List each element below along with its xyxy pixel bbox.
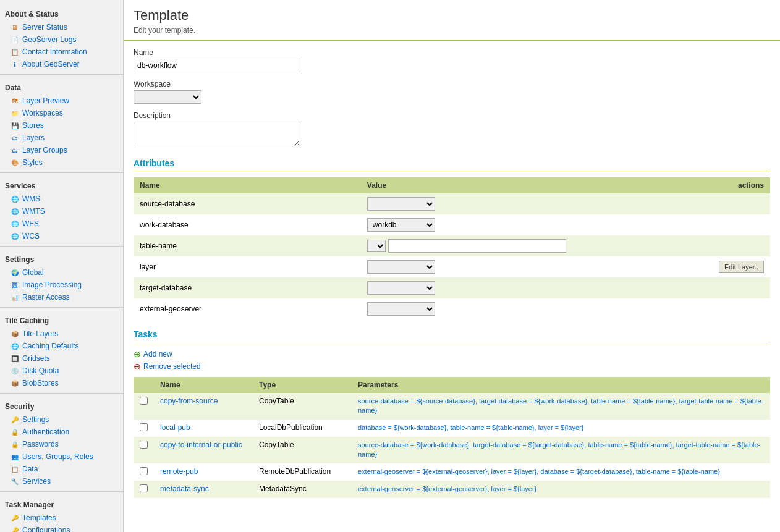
sidebar-item-styles[interactable]: 🎨 Styles [0,156,123,169]
sidebar-item-about[interactable]: ℹ About GeoServer [0,58,123,70]
sidebar-item-users-groups-roles[interactable]: 👥 Users, Groups, Roles [0,450,123,463]
sidebar-item-layers[interactable]: 🗂 Layers [0,132,123,144]
task-checkbox-metadata-sync[interactable] [140,484,148,492]
sidebar-item-global[interactable]: 🌍 Global [0,266,123,279]
sidebar-item-geoserver-logs[interactable]: 📄 GeoServer Logs [0,33,123,46]
templates-icon: 🔑 [10,513,20,523]
page-header: Template Edit your template. [124,0,780,41]
sidebar-item-templates[interactable]: 🔑 Templates [0,512,123,524]
sidebar-item-workspaces[interactable]: 📁 Workspaces [0,107,123,119]
caching-defaults-icon: 🌐 [10,341,20,351]
page-subtitle: Edit your template. [134,26,770,35]
attr-row-layer: layer Edit Layer.. [134,256,770,277]
security-data-icon: 📋 [10,464,20,474]
sidebar-item-image-processing[interactable]: 🖼 Image Processing [0,279,123,291]
external-geoserver-select[interactable] [367,302,435,316]
task-row-remote-pub: remote-pub RemoteDbPublication external-… [134,463,770,481]
attr-row-external-geoserver: external-geoserver [134,298,770,319]
task-params-metadata-sync: external-geoserver = ${external-geoserve… [352,481,770,498]
task-type-local-pub: LocalDbPublication [253,420,352,437]
attr-actions-layer: Edit Layer.. [572,256,770,277]
task-checkbox-local-pub[interactable] [140,423,148,431]
about-icon: ℹ [10,59,20,69]
sidebar-item-security-services[interactable]: 🔧 Services [0,475,123,488]
sidebar-item-gridsets[interactable]: 🔲 Gridsets [0,352,123,365]
task-link-copy-to-internal[interactable]: copy-to-internal-or-public [160,441,242,449]
attr-row-work-database: work-database workdb [134,214,770,235]
sidebar-item-disk-quota[interactable]: 💿 Disk Quota [0,365,123,377]
source-database-select[interactable] [367,197,435,211]
task-checkbox-copy-from-source[interactable] [140,397,148,405]
tasks-col-params: Parameters [352,377,770,393]
sidebar-item-layer-preview[interactable]: 🗺 Layer Preview [0,95,123,107]
task-params-remote-pub: external-geoserver = ${external-geoserve… [352,463,770,481]
attributes-table: Name Value actions source-database [134,177,770,319]
task-row-copy-to-internal: copy-to-internal-or-public CopyTable sou… [134,437,770,463]
attr-col-value: Value [361,177,572,193]
sidebar-section-services: Services [0,177,123,193]
task-type-remote-pub: RemoteDbPublication [253,463,352,481]
edit-layer-button[interactable]: Edit Layer.. [719,261,764,273]
sidebar-item-wcs[interactable]: 🌐 WCS [0,230,123,242]
description-textarea[interactable] [134,122,300,146]
attr-actions-work-database [572,214,770,235]
attr-name-table-name: table-name [134,235,361,256]
sidebar-item-contact-info[interactable]: 📋 Contact Information [0,46,123,58]
description-group: Description [134,111,770,148]
sidebar-item-wfs[interactable]: 🌐 WFS [0,217,123,230]
remove-selected-button[interactable]: ⊖ Remove selected [134,361,770,372]
sidebar-item-blobstores[interactable]: 📦 BlobStores [0,377,123,389]
sidebar-item-wms[interactable]: 🌐 WMS [0,193,123,205]
task-cb-remote-pub [134,463,154,481]
target-database-select[interactable] [367,281,435,295]
tasks-table: Name Type Parameters copy-from-source Co… [134,377,770,498]
work-database-select[interactable]: workdb [367,218,435,232]
task-link-remote-pub[interactable]: remote-pub [160,467,198,476]
users-icon: 👥 [10,452,20,462]
sidebar-section-tile-caching: Tile Caching [0,311,123,327]
task-checkbox-copy-to-internal[interactable] [140,441,148,449]
configurations-icon: 🔑 [10,525,20,532]
table-name-input[interactable] [388,239,566,253]
attr-col-name: Name [134,177,361,193]
global-icon: 🌍 [10,268,20,277]
sidebar-item-passwords[interactable]: 🔒 Passwords [0,438,123,450]
attr-value-target-database [361,277,572,298]
attr-name-target-database: target-database [134,277,361,298]
sidebar-item-caching-defaults[interactable]: 🌐 Caching Defaults [0,340,123,352]
logs-icon: 📄 [10,35,20,44]
task-params-copy-to-internal: source-database = ${work-database}, targ… [352,437,770,463]
attr-value-layer [361,256,572,277]
image-processing-icon: 🖼 [10,280,20,290]
sidebar-item-server-status[interactable]: 🖥 Server Status [0,21,123,33]
add-new-button[interactable]: ⊕ Add new [134,348,770,360]
table-name-dropdown[interactable] [367,240,386,252]
sidebar-item-security-data[interactable]: 📋 Data [0,463,123,475]
task-link-metadata-sync[interactable]: metadata-sync [160,484,209,493]
attributes-section-title: Attributes [134,158,770,171]
sidebar-item-configurations[interactable]: 🔑 Configurations [0,524,123,532]
name-input[interactable] [134,59,300,72]
task-name-copy-from-source: copy-from-source [154,393,253,420]
task-params-copy-from-source: source-database = ${source-database}, ta… [352,393,770,420]
sidebar-item-raster-access[interactable]: 📊 Raster Access [0,291,123,303]
task-type-copy-from-source: CopyTable [253,393,352,420]
task-link-local-pub[interactable]: local-pub [160,423,190,432]
authentication-icon: 🔒 [10,427,20,437]
task-checkbox-remote-pub[interactable] [140,467,148,475]
attr-actions-table-name [572,235,770,256]
sidebar-item-authentication[interactable]: 🔒 Authentication [0,426,123,438]
workspace-select[interactable] [134,90,201,104]
sidebar-item-wmts[interactable]: 🌐 WMTS [0,205,123,217]
layer-groups-icon: 🗂 [10,145,20,155]
sidebar-item-security-settings[interactable]: 🔑 Settings [0,413,123,426]
sidebar-item-layer-groups[interactable]: 🗂 Layer Groups [0,144,123,156]
task-cb-copy-from-source [134,393,154,420]
sidebar-item-tile-layers[interactable]: 📦 Tile Layers [0,327,123,340]
attr-actions-external-geoserver [572,298,770,319]
task-type-metadata-sync: MetadataSync [253,481,352,498]
task-link-copy-from-source[interactable]: copy-from-source [160,397,218,405]
attr-col-actions: actions [572,177,770,193]
sidebar-item-stores[interactable]: 💾 Stores [0,119,123,132]
layer-select[interactable] [367,260,435,274]
